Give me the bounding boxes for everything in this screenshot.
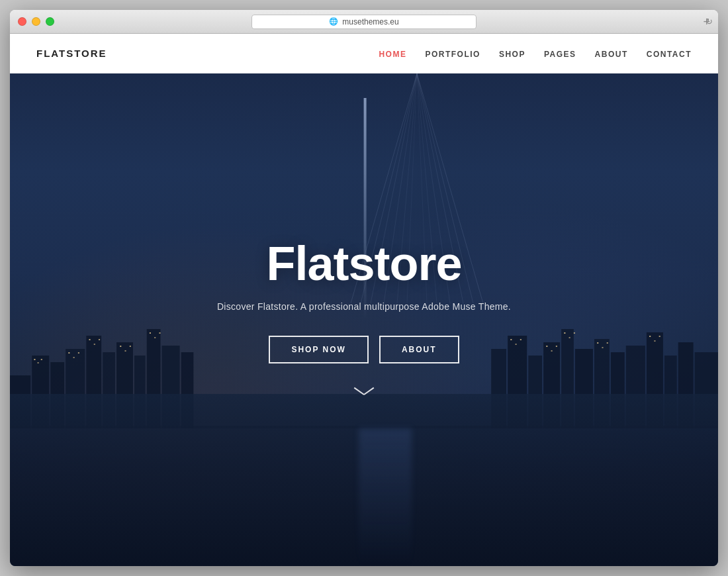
site-logo[interactable]: FLATSTORE	[36, 48, 107, 59]
svg-rect-52	[516, 344, 517, 345]
svg-rect-41	[78, 352, 79, 354]
hero-subtitle: Discover Flatstore. A professional multi…	[217, 301, 511, 312]
svg-rect-58	[569, 337, 570, 338]
svg-rect-40	[73, 357, 75, 358]
water-light	[359, 428, 412, 566]
shop-now-button[interactable]: SHOP NOW	[269, 336, 368, 363]
titlebar: 🌐 musethemes.eu ↻ +	[10, 10, 718, 34]
svg-rect-63	[649, 336, 651, 337]
svg-rect-59	[574, 332, 575, 334]
nav-pages[interactable]: PAGES	[544, 50, 576, 59]
svg-rect-65	[659, 336, 660, 337]
svg-rect-43	[94, 344, 95, 345]
svg-rect-55	[551, 350, 553, 352]
website-content: FLATSTORE HOME PORTFOLIO SHOP PAGES ABOU…	[10, 34, 718, 566]
svg-rect-48	[150, 332, 151, 334]
svg-rect-39	[68, 352, 69, 354]
svg-rect-46	[124, 350, 126, 352]
maximize-button[interactable]	[46, 17, 54, 26]
hero-section: Flatstore Discover Flatstore. A professi…	[10, 73, 718, 566]
navbar: FLATSTORE HOME PORTFOLIO SHOP PAGES ABOU…	[10, 34, 718, 73]
mac-window: 🌐 musethemes.eu ↻ + FLATSTORE HOME PORTF…	[10, 10, 718, 566]
address-bar[interactable]: 🌐 musethemes.eu	[251, 15, 477, 29]
nav-menu: HOME PORTFOLIO SHOP PAGES ABOUT CONTACT	[379, 48, 692, 60]
site-icon: 🌐	[329, 17, 338, 26]
nav-portfolio[interactable]: PORTFOLIO	[425, 50, 480, 59]
svg-rect-47	[130, 346, 131, 347]
hero-buttons: SHOP NOW ABOUT	[217, 336, 511, 363]
nav-about[interactable]: ABOUT	[595, 50, 628, 59]
svg-rect-53	[520, 339, 522, 340]
svg-rect-50	[159, 332, 160, 334]
svg-rect-62	[607, 342, 608, 344]
window-controls	[18, 17, 54, 26]
svg-rect-61	[602, 347, 603, 348]
hero-content: Flatstore Discover Flatstore. A professi…	[217, 236, 511, 403]
svg-rect-60	[597, 342, 598, 344]
svg-rect-49	[154, 337, 156, 338]
nav-shop[interactable]: SHOP	[499, 50, 525, 59]
svg-rect-54	[546, 346, 547, 347]
new-tab-button[interactable]: +	[703, 16, 710, 28]
svg-rect-36	[34, 359, 35, 360]
url-text: musethemes.eu	[342, 17, 398, 26]
about-button[interactable]: ABOUT	[379, 336, 459, 363]
minimize-button[interactable]	[32, 17, 40, 26]
svg-rect-44	[99, 339, 100, 340]
scroll-indicator[interactable]	[217, 390, 511, 403]
close-button[interactable]	[18, 17, 26, 26]
chevron-down-icon	[352, 390, 376, 403]
svg-rect-37	[38, 362, 39, 363]
svg-rect-56	[556, 346, 557, 347]
nav-contact[interactable]: CONTACT	[647, 50, 692, 59]
svg-rect-42	[89, 339, 90, 340]
nav-home[interactable]: HOME	[379, 50, 406, 59]
svg-rect-45	[120, 346, 121, 347]
hero-title: Flatstore	[217, 236, 511, 291]
svg-rect-64	[654, 340, 655, 342]
svg-rect-57	[564, 332, 565, 334]
svg-rect-38	[41, 359, 42, 360]
